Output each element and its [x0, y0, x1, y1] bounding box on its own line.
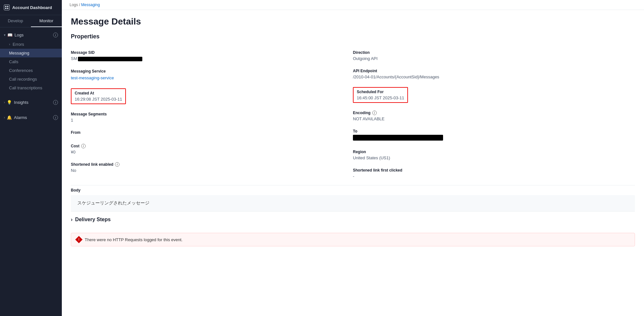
cost-info-icon[interactable]: i [81, 144, 86, 148]
insights-info-icon[interactable]: i [53, 100, 58, 105]
sidebar-item-call-transcriptions[interactable]: Call transcriptions [0, 84, 62, 92]
delivery-steps-header[interactable]: › Delivery Steps [71, 217, 635, 222]
to-label: To [353, 129, 622, 133]
property-cost: Cost i ¥0 [71, 140, 353, 158]
app-title: Account Dashboard [12, 5, 52, 10]
svg-rect-2 [5, 8, 6, 9]
svg-rect-3 [7, 8, 8, 9]
property-message-sid: Message SID SM [71, 46, 353, 65]
to-value [353, 135, 443, 141]
sidebar-item-calls[interactable]: Calls [0, 57, 62, 66]
shortened-link-first-clicked-value: - [353, 174, 622, 179]
insights-label: Insights [14, 100, 28, 105]
property-direction: Direction Outgoing API [353, 46, 635, 65]
body-label: Body [71, 188, 635, 193]
property-encoding: Encoding i NOT AVAILABLE [353, 107, 635, 125]
body-divider [71, 185, 635, 185]
message-segments-label: Message Segments [71, 112, 340, 116]
sidebar-item-errors-label: Errors [13, 42, 24, 47]
no-requests-banner: There were no HTTP Requests logged for t… [71, 233, 635, 246]
property-message-segments: Message Segments 1 [71, 108, 353, 126]
messaging-service-label: Messaging Service [71, 69, 340, 74]
encoding-label: Encoding i [353, 111, 622, 115]
tab-monitor[interactable]: Monitor [31, 15, 62, 27]
svg-rect-1 [7, 6, 8, 7]
lightbulb-icon: 💡 [7, 100, 12, 105]
created-at-label: Created At [75, 91, 122, 95]
direction-value: Outgoing API [353, 56, 622, 61]
properties-section-title: Properties [71, 33, 635, 40]
property-created-at: Created At 16:29:08 JST 2025-03-11 [71, 84, 353, 108]
property-shortened-link-enabled: Shortened link enabled i No [71, 158, 353, 177]
logs-info-icon[interactable]: i [53, 33, 58, 37]
delivery-steps-label: Delivery Steps [75, 217, 110, 222]
sidebar-item-conferences[interactable]: Conferences [0, 66, 62, 75]
errors-arrow-icon: › [9, 43, 10, 46]
cost-value: ¥0 [71, 150, 340, 154]
message-sid-label: Message SID [71, 50, 340, 55]
region-label: Region [353, 150, 622, 154]
alarms-label: Alarms [14, 115, 27, 120]
sidebar-header: Account Dashboard [0, 0, 62, 15]
properties-grid: Message SID SM Messaging Service test-me… [71, 46, 635, 183]
property-scheduled-for: Scheduled For 16:45:00 JST 2025-03-11 [353, 83, 635, 107]
sidebar-section-logs: ▾ 📖 Logs i › Errors Messaging Calls Conf… [0, 27, 62, 95]
account-icon [4, 5, 10, 10]
property-api-endpoint: API Endpoint /2010-04-01/Accounts/{Accou… [353, 65, 635, 83]
svg-rect-0 [5, 6, 6, 7]
message-segments-value: 1 [71, 118, 340, 123]
logs-chevron-icon: ▾ [4, 33, 5, 37]
shortened-link-info-icon[interactable]: i [115, 162, 119, 167]
tab-develop[interactable]: Develop [0, 15, 31, 27]
properties-right-column: Direction Outgoing API API Endpoint /201… [353, 46, 635, 183]
main-content: Logs / Messaging Message Details Propert… [62, 0, 644, 316]
sidebar-section-alarms: › 🔔 Alarms i [0, 110, 62, 125]
property-region: Region United States (US1) [353, 146, 635, 164]
shortened-link-enabled-value: No [71, 168, 340, 173]
sidebar: Account Dashboard Develop Monitor ▾ 📖 Lo… [0, 0, 62, 316]
body-section: Body スケジューリングされたメッセージ [71, 188, 635, 211]
property-messaging-service: Messaging Service test-messaging-service [71, 65, 353, 84]
sidebar-tabs: Develop Monitor [0, 15, 62, 27]
shortened-link-first-clicked-label: Shortened link first clicked [353, 168, 622, 173]
delivery-steps-chevron-icon: › [71, 217, 72, 222]
breadcrumb-parent: Logs [70, 3, 78, 7]
property-to: To [353, 125, 635, 146]
insights-chevron-icon: › [4, 101, 5, 104]
message-sid-value: SM [71, 56, 340, 61]
property-shortened-link-first-clicked: Shortened link first clicked - [353, 164, 635, 183]
shortened-link-enabled-label: Shortened link enabled i [71, 162, 340, 167]
encoding-value: NOT AVAILABLE [353, 116, 622, 121]
insights-section-header[interactable]: › 💡 Insights i [0, 97, 62, 107]
messaging-service-value[interactable]: test-messaging-service [71, 75, 114, 80]
sidebar-item-messaging[interactable]: Messaging [0, 49, 62, 57]
page-title: Message Details [71, 16, 635, 27]
sidebar-item-calls-label: Calls [9, 59, 18, 64]
sidebar-item-call-recordings[interactable]: Call recordings [0, 75, 62, 84]
alarms-section-header[interactable]: › 🔔 Alarms i [0, 113, 62, 123]
breadcrumb-current[interactable]: Messaging [81, 3, 100, 7]
logs-section-header[interactable]: ▾ 📖 Logs i [0, 30, 62, 40]
sidebar-item-errors[interactable]: › Errors [0, 40, 62, 49]
logs-label: Logs [14, 33, 24, 37]
breadcrumb: Logs / Messaging [62, 0, 644, 10]
scheduled-for-label: Scheduled For [357, 90, 404, 94]
no-requests-message: There were no HTTP Requests logged for t… [85, 237, 183, 242]
region-value: United States (US1) [353, 155, 622, 160]
message-sid-redacted [78, 57, 142, 61]
content-area: Message Details Properties Message SID S… [62, 10, 644, 253]
body-content: スケジューリングされたメッセージ [71, 195, 635, 211]
property-from: From [71, 126, 353, 140]
api-endpoint-value: /2010-04-01/Accounts/{AccountSid}/Messag… [353, 74, 622, 79]
bell-icon: 🔔 [7, 115, 12, 120]
direction-label: Direction [353, 50, 622, 55]
created-at-value: 16:29:08 JST 2025-03-11 [75, 97, 122, 102]
encoding-info-icon[interactable]: i [372, 111, 377, 115]
alarms-info-icon[interactable]: i [53, 115, 58, 120]
delivery-steps-section: › Delivery Steps [71, 211, 635, 228]
error-icon [75, 236, 83, 243]
created-at-highlight-box: Created At 16:29:08 JST 2025-03-11 [71, 88, 126, 104]
api-endpoint-label: API Endpoint [353, 69, 622, 73]
sidebar-item-messaging-label: Messaging [9, 51, 29, 55]
alarms-chevron-icon: › [4, 116, 5, 119]
